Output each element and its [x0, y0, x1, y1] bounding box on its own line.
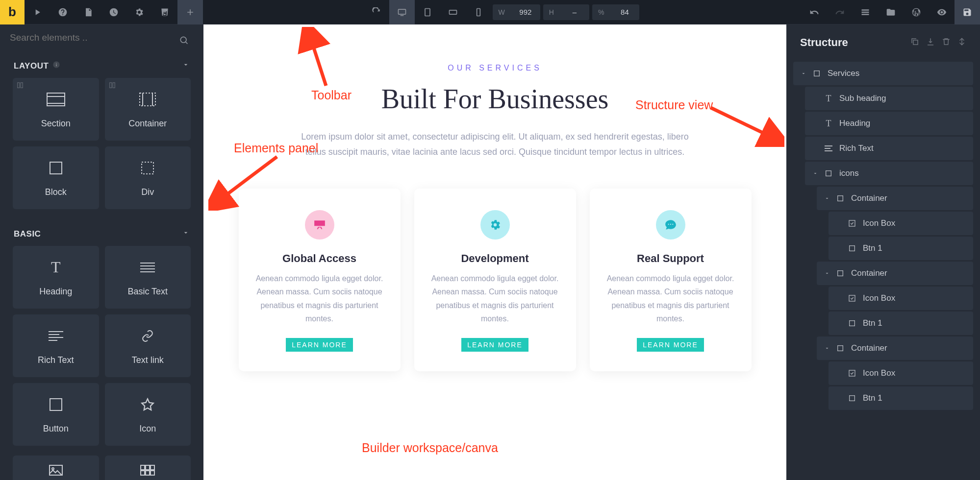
copy-icon[interactable]	[910, 37, 919, 48]
builder-canvas[interactable]: OUR SERVICES Built For Businesses Lorem …	[203, 24, 786, 480]
svg-rect-30	[146, 465, 150, 470]
tree-node[interactable]: Rich Text	[805, 137, 973, 160]
search-input[interactable]	[10, 32, 194, 43]
tablet-landscape-icon[interactable]	[440, 0, 466, 24]
svg-rect-41	[838, 196, 843, 201]
element-label: Button	[43, 424, 69, 434]
chevron-down-icon[interactable]	[823, 270, 831, 276]
card-global-access[interactable]: Global Access Aenean commodo ligula egge…	[239, 189, 401, 371]
refresh-icon[interactable]	[364, 0, 389, 24]
redo-icon[interactable]	[827, 0, 853, 24]
svg-rect-11	[109, 83, 111, 88]
tree-node[interactable]: Container	[817, 187, 973, 210]
block-icon	[49, 159, 63, 177]
add-element-button[interactable]	[177, 0, 203, 24]
save-button[interactable]	[955, 0, 980, 24]
card-real-support[interactable]: Real Support Aenean commodo ligula egget…	[590, 189, 752, 371]
tree-node[interactable]: Btn 1	[829, 237, 973, 260]
element-basic-text[interactable]: Basic Text	[105, 246, 191, 309]
card-development[interactable]: Development Aenean commodo ligula egget …	[414, 189, 576, 371]
element-div[interactable]: Div	[105, 146, 191, 209]
element-icon[interactable]: Icon	[105, 383, 191, 446]
wordpress-icon[interactable]	[904, 0, 929, 24]
chevron-down-icon[interactable]	[799, 71, 808, 76]
expand-icon[interactable]	[957, 37, 966, 48]
svg-rect-45	[849, 295, 855, 301]
tree-node[interactable]: Btn 1	[829, 386, 973, 410]
import-icon[interactable]	[926, 37, 935, 48]
svg-rect-26	[50, 399, 62, 410]
node-type-icon: T	[823, 119, 834, 129]
tree-node[interactable]: Btn 1	[829, 312, 973, 335]
tablet-portrait-icon[interactable]	[415, 0, 440, 24]
tree-node[interactable]: icons	[805, 162, 973, 185]
height-field[interactable]: H	[543, 4, 589, 20]
learn-more-button[interactable]: LEARN MORE	[286, 338, 353, 352]
tree-node[interactable]: Services	[793, 62, 973, 85]
width-input[interactable]	[511, 8, 540, 16]
help-icon[interactable]	[50, 0, 75, 24]
richtext-icon	[49, 327, 63, 345]
svg-point-28	[52, 468, 54, 470]
main-heading[interactable]: Built For Businesses	[228, 83, 762, 115]
structure-icon[interactable]	[853, 0, 878, 24]
learn-more-button[interactable]: LEARN MORE	[637, 338, 704, 352]
category-basic-header[interactable]: BASIC	[0, 219, 203, 246]
settings-icon[interactable]	[126, 0, 152, 24]
page-icon[interactable]	[75, 0, 101, 24]
rich-text-block[interactable]: Lorem ipsum dolor sit amet, consectetur …	[294, 129, 696, 159]
svg-rect-2	[449, 10, 456, 14]
tree-node[interactable]: THeading	[805, 112, 973, 135]
tree-node[interactable]: Icon Box	[829, 287, 973, 310]
width-field[interactable]: W	[493, 4, 540, 20]
category-layout-header[interactable]: LAYOUT	[0, 51, 203, 78]
play-icon[interactable]	[25, 0, 50, 24]
element-rich-text[interactable]: Rich Text	[13, 314, 99, 377]
node-label: Icon Box	[863, 218, 895, 228]
tree-node[interactable]: Container	[817, 262, 973, 285]
svg-rect-46	[850, 321, 855, 326]
desktop-breakpoint-icon[interactable]	[389, 0, 415, 24]
tree-node[interactable]: Icon Box	[829, 212, 973, 235]
node-label: Container	[851, 343, 887, 353]
trash-icon[interactable]	[942, 37, 951, 48]
learn-more-button[interactable]: LEARN MORE	[461, 338, 528, 352]
css-icon[interactable]	[152, 0, 177, 24]
tree-node[interactable]: TSub heading	[805, 87, 973, 110]
card-title: Real Support	[604, 252, 737, 265]
element-button[interactable]: Button	[13, 383, 99, 446]
zoom-input[interactable]	[610, 8, 639, 16]
element-container[interactable]: Container	[105, 78, 191, 141]
element-block[interactable]: Block	[13, 146, 99, 209]
height-input[interactable]	[560, 8, 589, 16]
revisions-icon[interactable]	[101, 0, 126, 24]
app-logo[interactable]: b	[0, 0, 25, 24]
element-label: Div	[141, 187, 154, 197]
tree-node[interactable]: Icon Box	[829, 361, 973, 385]
link-icon	[141, 327, 154, 345]
element-more[interactable]	[13, 456, 99, 480]
zoom-field[interactable]: %	[592, 4, 639, 20]
heading-icon: T	[51, 258, 61, 277]
node-label: Rich Text	[839, 144, 874, 153]
tree-node[interactable]: Container	[817, 336, 973, 360]
chevron-down-icon[interactable]	[811, 170, 820, 176]
mobile-breakpoint-icon[interactable]	[466, 0, 491, 24]
toolbar: b W H %	[0, 0, 980, 24]
pages-icon[interactable]	[878, 0, 904, 24]
svg-rect-49	[850, 396, 855, 401]
columns-icon	[17, 82, 24, 91]
chevron-down-icon[interactable]	[823, 195, 831, 201]
image-icon	[49, 461, 63, 480]
preview-icon[interactable]	[929, 0, 955, 24]
element-text-link[interactable]: Text link	[105, 314, 191, 377]
element-heading[interactable]: THeading	[13, 246, 99, 309]
chevron-down-icon[interactable]	[823, 345, 831, 351]
element-more[interactable]	[105, 456, 191, 480]
svg-rect-36	[814, 71, 820, 76]
subheading[interactable]: OUR SERVICES	[228, 64, 762, 72]
undo-icon[interactable]	[802, 0, 827, 24]
element-section[interactable]: Section	[13, 78, 99, 141]
element-label: Basic Text	[127, 287, 168, 297]
svg-rect-16	[50, 162, 62, 174]
